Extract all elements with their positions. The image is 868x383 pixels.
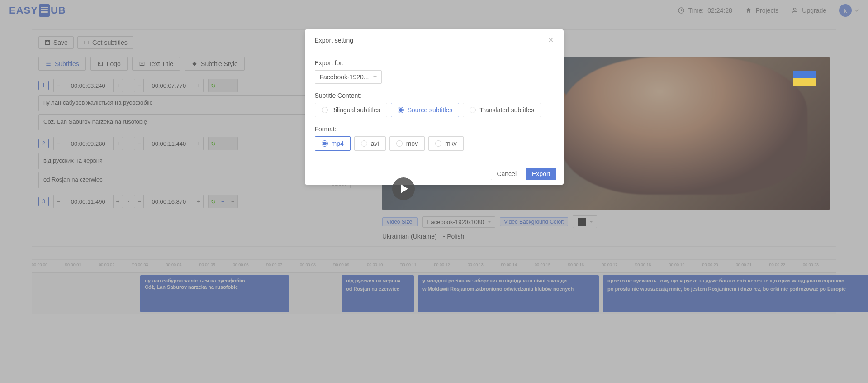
export-button[interactable]: Export [526,168,556,180]
flag-decoration [793,71,816,86]
radio-mov[interactable]: mov [389,136,425,151]
radio-source[interactable]: Source subtitles [391,103,460,117]
modal-overlay: Export setting ✕ Export for: Facebook-19… [0,0,868,314]
format-label: Format: [315,125,554,133]
radio-mp4[interactable]: mp4 [315,136,351,151]
export-modal: Export setting ✕ Export for: Facebook-19… [305,29,564,185]
radio-icon [435,140,441,147]
play-button[interactable] [392,177,415,200]
radio-icon [396,140,403,147]
radio-bilingual[interactable]: Bilingual subtitles [315,103,387,117]
subtitle-content-label: Subtitle Content: [315,92,554,99]
radio-translated[interactable]: Translated subtitles [463,103,541,117]
radio-icon [361,140,367,147]
export-for-select[interactable]: Facebook-1920... [315,70,382,84]
radio-icon [322,107,328,113]
radio-icon [322,140,328,147]
radio-icon [470,107,476,113]
close-icon[interactable]: ✕ [548,36,554,44]
radio-mkv[interactable]: mkv [428,136,464,151]
export-for-label: Export for: [315,59,554,67]
cancel-button[interactable]: Cancel [491,168,522,180]
radio-avi[interactable]: avi [354,136,386,151]
radio-icon [398,107,404,113]
modal-title: Export setting [315,37,354,44]
